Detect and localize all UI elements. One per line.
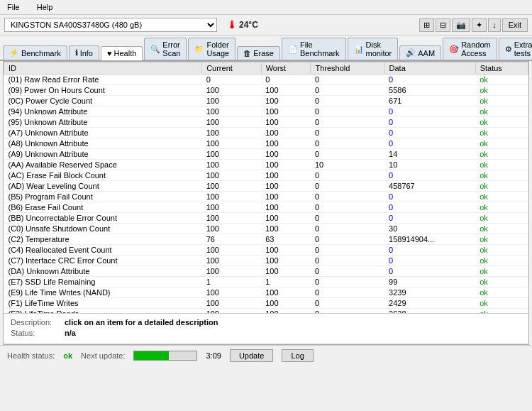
table-row[interactable]: (E9) Life Time Writes (NAND) 100 100 0 3… [4,287,528,298]
cell-data: 0 [384,192,475,202]
cell-data: 14 [384,149,475,160]
cell-status: ok [475,287,528,298]
cell-current: 100 [202,170,262,181]
exit-button[interactable]: Exit [502,18,528,32]
cell-threshold: 0 [311,266,384,277]
cell-id: (0C) Power Cycle Count [4,96,202,106]
tab-aam[interactable]: 🔊 AAM [399,45,441,60]
table-row[interactable]: (C0) Unsafe Shutdown Count 100 100 0 30 … [4,224,528,234]
table-row[interactable]: (A8) Unknown Attribute 100 100 0 0 ok [4,138,528,149]
table-row[interactable]: (B5) Program Fail Count 100 100 0 0 ok [4,192,528,202]
aam-icon: 🔊 [406,48,416,57]
tab-benchmark[interactable]: ⚡ Benchmark [3,45,67,60]
time-value: 3:09 [206,351,221,360]
table-row[interactable]: (95) Unknown Attribute 100 100 0 0 ok [4,117,528,128]
menu-help[interactable]: Help [34,1,56,13]
table-row[interactable]: (AA) Available Reserved Space 100 100 10… [4,160,528,170]
star-button[interactable]: ✦ [472,18,487,32]
tab-aam-label: AAM [418,49,435,57]
tab-folder-usage[interactable]: 📁 Folder Usage [188,38,235,60]
thermometer-icon: 🌡 [227,19,237,31]
table-row[interactable]: (0C) Power Cycle Count 100 100 0 671 ok [4,96,528,106]
cell-data: 0 [384,202,475,213]
cell-data: 0 [384,75,475,85]
description-value: click on an item for a detailed descript… [65,318,218,327]
status-value: n/a [65,329,76,337]
description-area: Description: click on an item for a deta… [4,314,528,344]
tab-erase[interactable]: 🗑 Erase [237,46,280,60]
table-row[interactable]: (A9) Unknown Attribute 100 100 0 14 ok [4,149,528,160]
table-row[interactable]: (09) Power On Hours Count 100 100 0 5586… [4,85,528,96]
smart-table-wrapper[interactable]: ID Current Worst Threshold Data Status (… [4,62,528,314]
cell-id: (BB) Uncorrectable Error Count [4,213,202,224]
table-row[interactable]: (DA) Unknown Attribute 100 100 0 0 ok [4,266,528,277]
folder-icon: 📁 [194,45,204,54]
tab-random-access[interactable]: 🎯 Random Access [443,38,497,60]
col-worst: Worst [261,62,311,75]
drive-selector[interactable]: KINGSTON SA400S37480G (480 gB) [4,18,217,32]
cell-data: 158914904... [384,234,475,245]
cell-status: ok [475,213,528,224]
cell-threshold: 0 [311,149,384,160]
cell-status: ok [475,192,528,202]
cell-current: 100 [202,287,262,298]
cell-worst: 100 [261,213,311,224]
camera-button[interactable]: 📷 [452,18,470,32]
cell-threshold: 0 [311,170,384,181]
tab-health[interactable]: ♥ Health [101,46,143,60]
cell-current: 100 [202,213,262,224]
cell-current: 100 [202,181,262,192]
table-row[interactable]: (C7) Interface CRC Error Count 100 100 0… [4,256,528,266]
table-row[interactable]: (C2) Temperature 76 63 0 158914904... ok [4,234,528,245]
table-row[interactable]: (A7) Unknown Attribute 100 100 0 0 ok [4,128,528,138]
table-row[interactable]: (F2) LifeTime Reads 100 100 0 2638 ok [4,309,528,314]
cell-data: 0 [384,266,475,277]
cell-current: 100 [202,256,262,266]
log-button[interactable]: Log [282,349,313,362]
table-row[interactable]: (AD) Wear Leveling Count 100 100 0 45876… [4,181,528,192]
benchmark-icon: ⚡ [9,48,19,57]
tab-errorscan-label: Error Scan [162,40,180,57]
table-row[interactable]: (B6) Erase Fail Count 100 100 0 0 ok [4,202,528,213]
cell-id: (C7) Interface CRC Error Count [4,256,202,266]
info-icon: ℹ [75,48,78,57]
cell-data: 5586 [384,85,475,96]
cell-status: ok [475,85,528,96]
cell-threshold: 0 [311,245,384,256]
table-row[interactable]: (BB) Uncorrectable Error Count 100 100 0… [4,213,528,224]
tab-health-label: Health [114,49,137,57]
download-button[interactable]: ↓ [488,18,501,32]
cell-worst: 100 [261,160,311,170]
menu-file[interactable]: File [4,1,23,13]
menu-bar: File Help [0,0,532,15]
cell-status: ok [475,149,528,160]
table-row[interactable]: (AC) Erase Fail Block Count 100 100 0 0 … [4,170,528,181]
update-button[interactable]: Update [230,349,273,362]
health-status-label: Health status: [7,351,55,360]
cell-status: ok [475,245,528,256]
cell-threshold: 0 [311,213,384,224]
copy-button[interactable]: ⊞ [419,18,434,32]
cell-status: ok [475,160,528,170]
table-row[interactable]: (94) Unknown Attribute 100 100 0 0 ok [4,106,528,117]
copy2-button[interactable]: ⊟ [436,18,450,32]
cell-id: (AA) Available Reserved Space [4,160,202,170]
cell-threshold: 0 [311,224,384,234]
cell-current: 100 [202,245,262,256]
tab-extra-tests[interactable]: ⚙ Extra tests [499,38,532,60]
col-current: Current [202,62,262,75]
diskmon-icon: 📊 [354,45,364,54]
table-row[interactable]: (F1) LifeTime Writes 100 100 0 2429 ok [4,298,528,309]
tab-error-scan[interactable]: 🔍 Error Scan [144,38,187,60]
tab-info[interactable]: ℹ Info [69,45,99,60]
cell-worst: 100 [261,256,311,266]
table-row[interactable]: (C4) Reallocated Event Count 100 100 0 0… [4,245,528,256]
tab-disk-monitor[interactable]: 📊 Disk monitor [348,38,399,60]
table-row[interactable]: (01) Raw Read Error Rate 0 0 0 0 ok [4,75,528,85]
table-row[interactable]: (E7) SSD Life Remaining 1 1 0 99 ok [4,277,528,287]
cell-worst: 100 [261,170,311,181]
cell-status: ok [475,266,528,277]
cell-status: ok [475,138,528,149]
cell-status: ok [475,277,528,287]
tab-file-benchmark[interactable]: 📄 File Benchmark [282,38,346,60]
